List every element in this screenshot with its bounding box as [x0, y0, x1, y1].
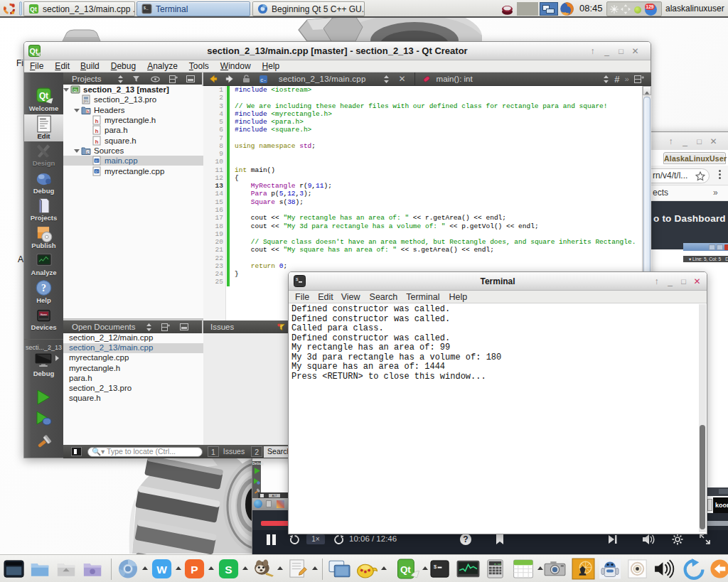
svg-text:pro: pro: [84, 99, 89, 103]
svg-text:Qt: Qt: [39, 91, 48, 101]
svg-text:W: W: [156, 564, 167, 576]
svg-text:$: $: [434, 564, 437, 570]
svg-text:S: S: [225, 564, 232, 576]
svg-text:h: h: [95, 118, 99, 124]
svg-text:P: P: [191, 564, 198, 576]
svg-text:c-: c-: [260, 77, 266, 82]
svg-text:?: ?: [41, 282, 46, 293]
svg-text:h: h: [95, 138, 99, 144]
svg-text:$_: $_: [144, 6, 149, 11]
svg-text:c-: c-: [95, 169, 99, 173]
svg-text:c-: c-: [95, 158, 99, 163]
svg-text:h: h: [95, 128, 99, 134]
svg-text:Home: Home: [41, 313, 47, 316]
svg-text:h: h: [87, 109, 89, 113]
svg-text:Qt: Qt: [73, 88, 77, 92]
svg-text:Qt: Qt: [30, 6, 37, 13]
svg-text:c: c: [87, 149, 89, 153]
svg-text:3.14: 3.14: [494, 563, 501, 566]
svg-text:Qt: Qt: [400, 564, 411, 575]
